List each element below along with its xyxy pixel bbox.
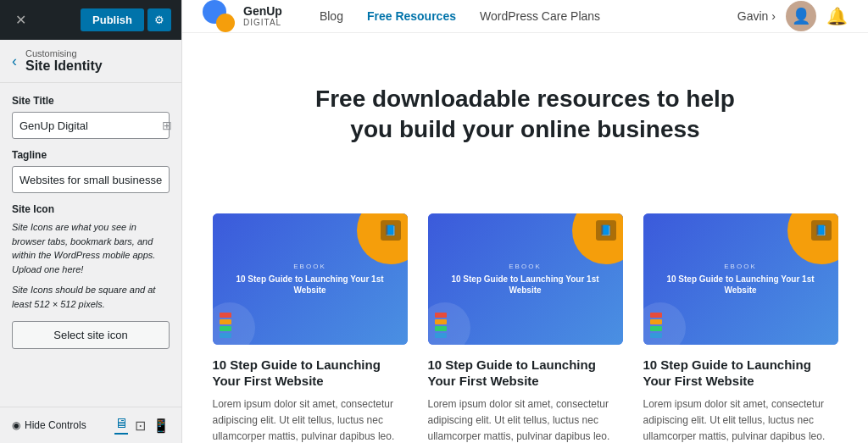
tablet-icon[interactable]: ⊡ (135, 418, 146, 434)
site-title-input-wrapper: ⊞ (12, 112, 170, 139)
logo-digital: Digital (243, 18, 282, 27)
tagline-input-wrapper (12, 166, 170, 193)
book-spine (220, 326, 231, 331)
nav-free-resources[interactable]: Free Resources (367, 9, 456, 23)
publish-group: Publish ⚙ (81, 8, 171, 31)
ebook-cover-1: 📘 Ebook 10 Step Guide to Launching Your … (213, 213, 408, 345)
eye-icon: ◉ (12, 419, 20, 431)
book-spine (650, 319, 662, 324)
book-spine (220, 333, 231, 338)
card-1-image: 📘 Ebook 10 Step Guide to Launching Your … (213, 213, 408, 345)
card-1-title: 10 Step Guide to Launching Your First We… (213, 357, 408, 390)
nav-right: Gavin › 👤 🔔 (737, 1, 848, 31)
card-3-title: 10 Step Guide to Launching Your First We… (643, 357, 838, 390)
book-spine (220, 319, 231, 324)
ebook-label-1: Ebook (293, 263, 326, 270)
site-preview: GenUp Digital Blog Free Resources WordPr… (182, 0, 868, 443)
desktop-icon[interactable]: 🖥 (114, 416, 128, 435)
avatar[interactable]: 👤 (786, 1, 816, 31)
cards-row: 📘 Ebook 10 Step Guide to Launching Your … (182, 213, 868, 443)
book-spine (650, 313, 662, 318)
books-stack-3 (650, 313, 662, 338)
ebook-title-3: 10 Step Guide to Launching Your 1st Webs… (643, 274, 838, 296)
book-spine (435, 326, 447, 331)
back-button[interactable]: ‹ (12, 53, 17, 70)
customising-label: Customising (25, 48, 103, 58)
site-title-input[interactable] (19, 119, 162, 132)
site-icon-desc2: Site Icons should be square and at least… (12, 283, 170, 311)
hide-controls-label: Hide Controls (25, 419, 86, 431)
site-logo: GenUp Digital (203, 0, 282, 32)
logo-text: GenUp Digital (243, 5, 282, 27)
card-2-desc: Lorem ipsum dolor sit amet, consectetur … (428, 396, 623, 443)
ebook-icon-box-3: 📘 (811, 220, 832, 241)
bottom-bar: ◉ Hide Controls 🖥 ⊡ 📱 (0, 407, 181, 443)
input-icon: ⊞ (162, 119, 172, 132)
select-site-icon-button[interactable]: Select site icon (12, 321, 170, 349)
mobile-icon[interactable]: 📱 (153, 418, 170, 434)
hero-section: Free downloadable resources to help you … (182, 33, 868, 213)
card-2-image: 📘 Ebook 10 Step Guide to Launching Your … (428, 213, 623, 345)
logo-genup: GenUp (243, 5, 282, 18)
site-navigation: GenUp Digital Blog Free Resources WordPr… (182, 0, 868, 33)
card-1-desc: Lorem ipsum dolor sit amet, consectetur … (213, 396, 408, 443)
ebook-title-2: 10 Step Guide to Launching Your 1st Webs… (428, 274, 623, 296)
logo-circle-gold (216, 14, 235, 32)
card-2-title: 10 Step Guide to Launching Your First We… (428, 357, 623, 390)
hero-headline: Free downloadable resources to help you … (314, 84, 737, 146)
ebook-title-1: 10 Step Guide to Launching Your 1st Webs… (213, 274, 408, 296)
tagline-input[interactable] (19, 174, 162, 186)
ebook-label-2: Ebook (509, 263, 541, 270)
notification-bell-icon[interactable]: 🔔 (826, 6, 848, 26)
section-title: Site Identity (25, 58, 103, 74)
card-2: 📘 Ebook 10 Step Guide to Launching Your … (428, 213, 623, 443)
site-title-label: Site Title (12, 95, 170, 107)
books-stack-1 (220, 313, 231, 338)
ebook-icon-box-2: 📘 (596, 220, 616, 241)
device-icons: 🖥 ⊡ 📱 (114, 416, 170, 435)
panel-content: Site Title ⊞ Tagline Site Icon Site Icon… (0, 83, 181, 407)
close-button[interactable]: ✕ (10, 10, 31, 30)
breadcrumb-text: Customising Site Identity (25, 48, 103, 74)
top-bar: ✕ Publish ⚙ (0, 0, 181, 40)
customizer-panel: ✕ Publish ⚙ ‹ Customising Site Identity … (0, 0, 182, 443)
site-icon-desc1: Site Icons are what you see in browser t… (12, 220, 170, 276)
breadcrumb-bar: ‹ Customising Site Identity (0, 40, 181, 83)
card-3-image: 📘 Ebook 10 Step Guide to Launching Your … (643, 213, 838, 345)
ebook-label-3: Ebook (724, 263, 756, 270)
card-1: 📘 Ebook 10 Step Guide to Launching Your … (213, 213, 408, 443)
tagline-label: Tagline (12, 149, 170, 161)
hide-controls-button[interactable]: ◉ Hide Controls (12, 419, 86, 431)
publish-button[interactable]: Publish (81, 8, 144, 31)
ebook-cover-2: 📘 Ebook 10 Step Guide to Launching Your … (428, 213, 623, 345)
card-3: 📘 Ebook 10 Step Guide to Launching Your … (643, 213, 838, 443)
book-spine (650, 326, 662, 331)
book-spine (435, 319, 447, 324)
book-spine (435, 333, 447, 338)
card-3-desc: Lorem ipsum dolor sit amet, consectetur … (643, 396, 838, 443)
book-spine (220, 313, 231, 318)
site-icon-label: Site Icon (12, 203, 170, 215)
nav-links: Blog Free Resources WordPress Care Plans (320, 9, 600, 23)
book-spine (650, 333, 662, 338)
gear-button[interactable]: ⚙ (147, 8, 171, 31)
books-stack-2 (435, 313, 447, 338)
book-spine (435, 313, 447, 318)
nav-wordpress-care[interactable]: WordPress Care Plans (480, 9, 600, 23)
nav-blog[interactable]: Blog (320, 9, 343, 23)
user-name[interactable]: Gavin › (737, 9, 776, 23)
ebook-icon-box-1: 📘 (381, 220, 401, 241)
ebook-cover-3: 📘 Ebook 10 Step Guide to Launching Your … (643, 213, 838, 345)
logo-circles (203, 0, 235, 32)
